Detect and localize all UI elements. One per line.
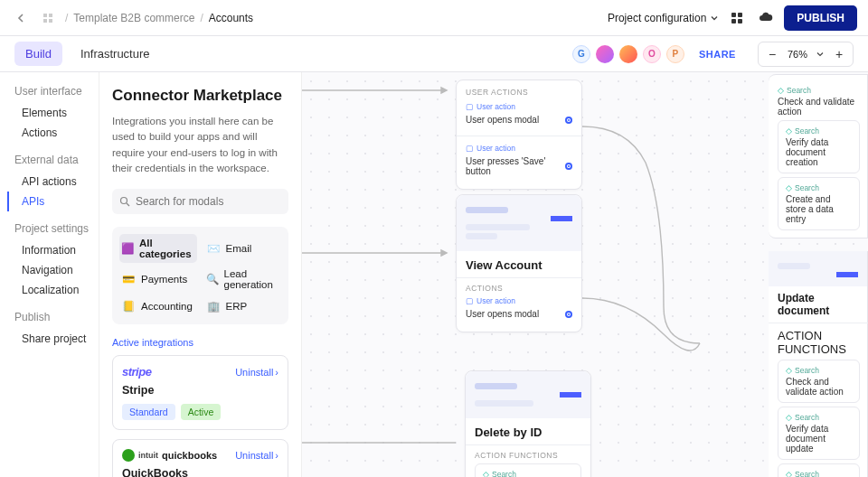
search-tag: Search [795, 126, 819, 136]
category-label: All categories [139, 238, 195, 259]
active-integrations-header: Active integrations [112, 337, 288, 348]
integration-card-quickbooks[interactable]: intuitquickbooks Uninstall› QuickBooks S… [112, 439, 288, 477]
search-icon [119, 196, 130, 207]
node-title: Delete by ID [475, 426, 581, 439]
nav-group-header: External data [14, 154, 99, 166]
category-accounting[interactable]: 📒 Accounting [119, 295, 197, 317]
section-label: ACTIONS [466, 284, 572, 293]
svg-rect-3 [49, 19, 52, 23]
breadcrumb-page[interactable]: Accounts [209, 12, 253, 24]
share-button[interactable]: SHARE [692, 49, 743, 60]
action-function-label: Check and validate action [786, 377, 852, 397]
action-label: User presses 'Save' button [466, 156, 560, 176]
radio-icon[interactable] [565, 163, 572, 170]
search-input[interactable] [136, 195, 281, 208]
panel-description: Integrations you install here can be use… [112, 114, 288, 176]
marketplace-panel: Connector Marketplace Integrations you i… [99, 72, 302, 477]
nav-api-actions[interactable]: API actions [14, 172, 99, 192]
card-icon: 💳 [121, 272, 136, 286]
left-nav: User interface Elements Actions External… [0, 72, 99, 477]
mail-icon: ✉️ [206, 241, 221, 256]
svg-rect-1 [49, 14, 52, 17]
panel-title: Connector Marketplace [112, 87, 288, 105]
project-configuration-dropdown[interactable]: Project configuration [608, 12, 719, 24]
apps-grid-icon[interactable] [726, 7, 748, 29]
cloud-icon[interactable] [755, 7, 777, 29]
integration-card-stripe[interactable]: stripe Uninstall› Stripe Standard Active [112, 355, 288, 430]
avatar[interactable]: O [643, 45, 661, 63]
svg-point-8 [121, 198, 127, 204]
nav-navigation[interactable]: Navigation [14, 260, 99, 280]
search-box[interactable] [112, 189, 288, 214]
plan-pill: Standard [122, 404, 175, 420]
publish-button[interactable]: PUBLISH [784, 5, 857, 31]
section-label: ACTION FUNCTIONS [778, 329, 860, 356]
avatar[interactable] [596, 45, 614, 63]
category-leadgen[interactable]: 🔍 Lead generation [204, 265, 282, 294]
radio-icon[interactable] [565, 117, 572, 124]
category-grid: 🟪 All categories ✉️ Email 💳 Payments 🔍 L… [112, 227, 288, 324]
node-update-document[interactable]: Update document ACTION FUNCTIONS ◇Search… [769, 251, 868, 477]
back-button[interactable] [11, 8, 31, 28]
category-label: Accounting [141, 301, 193, 312]
user-action-tag: User action [476, 102, 515, 111]
workflow-canvas[interactable]: USER ACTIONS ▢User action User opens mod… [302, 72, 868, 477]
chevron-down-icon[interactable] [816, 51, 824, 58]
nav-group-header: Project settings [14, 222, 99, 235]
svg-marker-10 [441, 88, 447, 93]
avatar[interactable]: G [572, 45, 590, 63]
nav-group-header: Publish [14, 311, 99, 323]
nav-localization[interactable]: Localization [14, 280, 99, 300]
action-function-label: Check and validate action [778, 97, 860, 117]
category-label: Lead generation [224, 268, 280, 290]
category-erp[interactable]: 🏢 ERP [204, 295, 282, 317]
avatar[interactable]: P [666, 45, 684, 63]
svg-rect-5 [738, 13, 742, 17]
search-tag: Search [787, 86, 811, 95]
integration-name: Stripe [122, 384, 278, 397]
search-tag: Search [795, 366, 819, 375]
uninstall-button[interactable]: Uninstall› [235, 450, 278, 461]
node-side-functions[interactable]: ◇Search Check and validate action ◇Searc… [769, 74, 868, 238]
ledger-icon: 📒 [121, 299, 136, 313]
category-all[interactable]: 🟪 All categories [119, 234, 197, 263]
nav-actions[interactable]: Actions [14, 123, 99, 143]
breadcrumb-project[interactable]: Template B2B commerce [73, 12, 194, 24]
search-tag: Search [795, 413, 819, 422]
category-label: Payments [141, 274, 187, 285]
svg-marker-11 [441, 250, 447, 256]
search-tag: Search [795, 183, 819, 192]
nav-elements[interactable]: Elements [14, 103, 99, 123]
category-label: ERP [226, 301, 248, 312]
nav-information[interactable]: Information [14, 240, 99, 260]
zoom-in-button[interactable]: + [833, 47, 845, 61]
avatar[interactable] [619, 45, 637, 63]
category-payments[interactable]: 💳 Payments [119, 265, 197, 294]
category-label: Email [226, 243, 252, 254]
category-email[interactable]: ✉️ Email [204, 234, 282, 263]
zoom-control: − 76% + [758, 42, 854, 67]
search-tag: Search [795, 470, 819, 477]
svg-line-9 [127, 203, 129, 206]
radio-icon[interactable] [565, 311, 572, 318]
cube-icon: 🟪 [121, 241, 134, 256]
status-pill: Active [181, 404, 222, 420]
node-delete-by-id[interactable]: Delete by ID ACTION FUNCTIONS ◇Search Ch… [465, 370, 591, 477]
app-switcher-icon[interactable] [38, 8, 58, 28]
nav-share-project[interactable]: Share project [14, 329, 99, 349]
node-title: Update document [778, 292, 860, 317]
building-icon: 🏢 [206, 299, 221, 313]
uninstall-button[interactable]: Uninstall› [235, 367, 278, 378]
section-label: USER ACTIONS [466, 88, 572, 97]
magnifier-icon: 🔍 [206, 272, 219, 286]
zoom-out-button[interactable]: − [766, 47, 778, 61]
tab-infrastructure[interactable]: Infrastructure [70, 42, 161, 66]
node-user-actions[interactable]: USER ACTIONS ▢User action User opens mod… [456, 80, 582, 190]
nav-apis[interactable]: APIs [7, 192, 99, 211]
action-label: User opens modal [466, 309, 539, 319]
chevron-down-icon [710, 14, 719, 23]
tab-build[interactable]: Build [14, 42, 62, 66]
node-view-account[interactable]: View Account ACTIONS ▢User action User o… [456, 194, 582, 332]
action-function-label: Create and store a data entry [786, 194, 852, 224]
action-label: User opens modal [466, 115, 539, 125]
